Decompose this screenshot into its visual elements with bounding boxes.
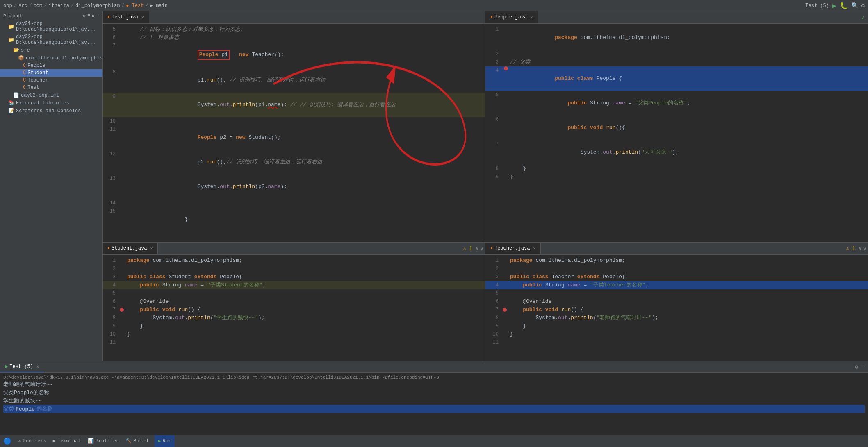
iml-icon: 📄 <box>13 92 19 98</box>
tab-student-java[interactable]: ● Student.java ✕ <box>103 243 158 254</box>
sidebar-item-package[interactable]: 📦 com.itheima.d1_polymorphism <box>0 54 102 62</box>
folder-icon: 📂 <box>13 47 19 53</box>
close-icon[interactable]: ✕ <box>141 15 144 20</box>
editors-top-split: ● Test.java ✕ <box>103 11 868 242</box>
settings-icon-run[interactable]: ⚙ <box>855 364 858 370</box>
run-output-3: 学生跑的贼快~~ <box>3 397 865 405</box>
tab-bar-teacher: ● Teacher.java ✕ ⚠ 1 ∧ ∨ <box>485 243 868 255</box>
code-area-test[interactable]: 5 // 目标：认识多态：对象多态，行为多态。 6 // 1、对象多态 7 <box>103 24 485 242</box>
code-line-s9: 9 } <box>103 322 485 330</box>
top-bar-right: Test (5) ▶ 🐛 🔍 ⚙ <box>805 2 865 10</box>
collapse-icon2[interactable]: ∨ <box>480 245 483 252</box>
code-area-teacher[interactable]: 1 package com.itheima.d1_polymorphism; 2… <box>485 255 868 361</box>
code-line-p5: 5 public String name = "父类People的名称"; <box>485 91 868 116</box>
code-line-t4: 4 public String name = "子类Teacher的名称"; <box>485 281 868 289</box>
sidebar-item-iml[interactable]: 📄 day02-oop.iml <box>0 91 102 99</box>
sidebar: Project ⊕ ≡ ⚙ — 📁 day01-oop D:\code\huan… <box>0 11 103 361</box>
sidebar-item-label: External Libraries <box>16 100 69 106</box>
run-tab-test[interactable]: ▶ Test (5) ✕ <box>0 361 44 372</box>
expand-icon-t[interactable]: ∧ <box>858 245 861 252</box>
editors-area: ● Test.java ✕ <box>103 11 868 361</box>
breadcrumb-oop[interactable]: oop <box>3 3 12 9</box>
breakpoint-icon <box>120 308 124 312</box>
run-status-tab[interactable]: ▶ Run <box>155 435 175 447</box>
sidebar-item-extlibs[interactable]: 📚 External Libraries <box>0 99 102 107</box>
code-line-7: 7 People p1 = new Teacher(); <box>103 42 485 68</box>
status-bar: 🔵 ⚠ Problems ▶ Terminal 📊 Profiler 🔨 Bui… <box>0 435 868 447</box>
collapse-icon-t[interactable]: ∨ <box>863 245 866 252</box>
minimize-run[interactable]: — <box>861 364 865 370</box>
settings-button[interactable]: ⚙ <box>861 2 865 9</box>
code-line-8: 8 p1.run(); // 识别技巧: 编译看左边，运行看右边 <box>103 68 485 93</box>
warning-badge-teacher: ⚠ 1 <box>846 245 855 252</box>
breadcrumb-test[interactable]: ● Test <box>126 3 144 9</box>
close-icon[interactable]: ✕ <box>533 246 535 251</box>
code-line-t3: 3 public class Teacher extends People{ <box>485 273 868 281</box>
run-config[interactable]: Test (5) <box>805 3 829 9</box>
code-area-student[interactable]: 1 package com.itheima.d1_polymorphism; 2… <box>103 255 485 361</box>
breadcrumb-main[interactable]: ▶ main <box>150 2 168 9</box>
settings-icon[interactable]: ⚙ <box>92 13 95 18</box>
class-icon: C <box>23 85 26 91</box>
breadcrumb-itheima[interactable]: itheima <box>48 3 69 9</box>
code-line-p4: 4 public class People { <box>485 66 868 91</box>
class-icon: C <box>23 77 26 83</box>
warning-badge: ⚠ 1 <box>463 245 472 252</box>
sidebar-item-test[interactable]: C Test <box>0 84 102 91</box>
profiler-tab[interactable]: 📊 Profiler <box>88 438 119 444</box>
sync-icon[interactable]: ⊕ <box>83 13 86 18</box>
debug-button[interactable]: 🐛 <box>840 2 848 10</box>
tab-label: Test.java <box>112 14 138 20</box>
tab-teacher-java[interactable]: ● Teacher.java ✕ <box>485 243 541 254</box>
code-line-t7: 7 ↑ public void run() { <box>485 306 868 314</box>
code-line-t9: 9 } <box>485 322 868 330</box>
package-icon: 📦 <box>18 55 24 61</box>
code-line-s7: 7 ↑ public void run() { <box>103 306 485 314</box>
breadcrumb-com[interactable]: com <box>34 3 43 9</box>
code-line-s2: 2 <box>103 265 485 273</box>
minimize-icon[interactable]: — <box>96 13 99 18</box>
build-tab[interactable]: 🔨 Build <box>125 438 148 444</box>
breakpoint-icon <box>503 308 507 312</box>
breadcrumb-d1[interactable]: d1_polymorphism <box>75 3 120 9</box>
sidebar-item-src[interactable]: 📂 src <box>0 46 102 54</box>
code-line-10: 10 <box>103 117 485 125</box>
code-area-people[interactable]: 1 package com.itheima.d1_polymorphism; 2… <box>485 24 868 242</box>
code-line-s10: 10 } <box>103 330 485 338</box>
tab-people-java[interactable]: ● People.java ✕ <box>485 11 538 23</box>
close-icon[interactable]: ✕ <box>150 246 153 251</box>
code-line-6: 6 // 1、对象多态 <box>103 34 485 42</box>
run-status-label: Run <box>163 438 172 444</box>
class-icon: C <box>23 63 26 68</box>
collapse-icon[interactable]: ≡ <box>87 13 90 18</box>
sidebar-item-day01[interactable]: 📁 day01-oop D:\code\huangpuipro1\jav... <box>0 20 102 33</box>
code-line-p3: 3 // 父类 <box>485 58 868 66</box>
sidebar-item-label: Test <box>27 85 39 91</box>
breadcrumb-src[interactable]: src <box>18 3 27 9</box>
main-layout: Project ⊕ ≡ ⚙ — 📁 day01-oop D:\code\huan… <box>0 11 868 361</box>
terminal-icon: ▶ <box>53 438 56 444</box>
sidebar-item-teacher[interactable]: C Teacher <box>0 77 102 84</box>
problems-icon: ⚠ <box>18 438 21 444</box>
search-button[interactable]: 🔍 <box>851 2 858 9</box>
sidebar-item-scratches[interactable]: 📝 Scratches and Consoles <box>0 107 102 115</box>
sidebar-item-label: Scratches and Consoles <box>16 108 81 114</box>
close-icon[interactable]: ✕ <box>530 15 533 20</box>
java-icon: ● <box>490 246 493 250</box>
run-tab-close[interactable]: ✕ <box>36 364 39 369</box>
code-line-s11: 11 <box>103 338 485 347</box>
sidebar-item-people[interactable]: C People <box>0 62 102 69</box>
tab-test-java[interactable]: ● Test.java ✕ <box>103 11 149 23</box>
terminal-tab[interactable]: ▶ Terminal <box>53 438 81 444</box>
sidebar-item-student[interactable]: C Student <box>0 69 102 77</box>
run-button[interactable]: ▶ <box>832 2 836 10</box>
sidebar-item-label: Student <box>27 70 48 76</box>
sidebar-item-day02[interactable]: 📁 day02-oop D:\code\huangpuipro1\jav... <box>0 33 102 46</box>
problems-tab[interactable]: ⚠ Problems <box>18 438 46 444</box>
code-line-5: 5 // 目标：认识多态：对象多态，行为多态。 <box>103 25 485 34</box>
expand-icon[interactable]: ∧ <box>475 245 478 252</box>
code-line-p8: 8 } <box>485 165 868 173</box>
problems-label: Problems <box>23 438 46 444</box>
code-line-t6: 6 @Override <box>485 297 868 306</box>
run-panel: ▶ Test (5) ✕ ⚙ — D:\develop\Java\jdk-17.… <box>0 361 868 435</box>
